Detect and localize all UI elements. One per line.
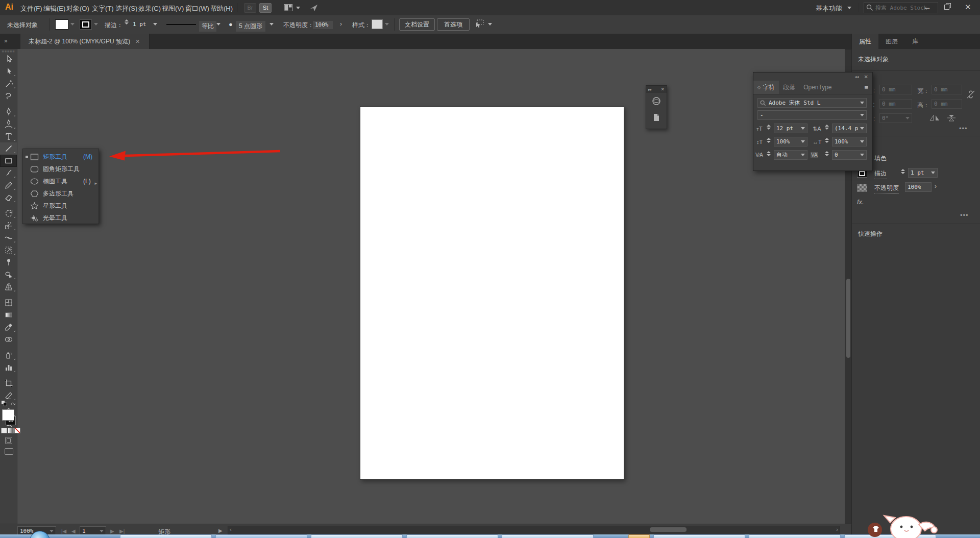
- tool-rotate[interactable]: [0, 207, 17, 219]
- tool-perspective-grid[interactable]: [0, 281, 17, 293]
- character-panel-close-icon[interactable]: ✕: [864, 74, 868, 80]
- tool-column-graph[interactable]: [0, 361, 17, 374]
- opacity-expand-icon[interactable]: ›: [340, 20, 342, 28]
- screen-mode-button[interactable]: [5, 448, 13, 455]
- taskbar-window-button[interactable]: [653, 534, 745, 538]
- taskbar-window-button[interactable]: [749, 534, 841, 538]
- preferences-button[interactable]: 首选项: [437, 18, 470, 31]
- tool-lasso[interactable]: [0, 90, 17, 102]
- dock-stroke-stepper[interactable]: [901, 169, 905, 174]
- next-artboard-icon[interactable]: ▶: [110, 528, 114, 534]
- collapsed-panel-button-1[interactable]: [646, 93, 667, 109]
- stroke-swatch-chevron-icon[interactable]: [94, 23, 98, 26]
- first-artboard-icon[interactable]: |◀: [61, 528, 66, 534]
- fill-chevron-icon[interactable]: [70, 23, 75, 26]
- transform-y-field[interactable]: 0 mm: [879, 99, 912, 109]
- menu-edit[interactable]: 编辑(E): [43, 4, 65, 13]
- dock-stroke-weight-field[interactable]: 1 pt: [908, 168, 938, 178]
- effects-button[interactable]: fx.: [857, 198, 864, 206]
- document-tab-close-icon[interactable]: ✕: [135, 38, 140, 45]
- brush-chevron-icon[interactable]: [270, 23, 274, 26]
- fill-color-swatch[interactable]: [55, 19, 68, 30]
- artboard[interactable]: [360, 106, 624, 480]
- scroll-left-icon[interactable]: ‹: [230, 526, 232, 532]
- kerning-field[interactable]: 自动: [774, 150, 807, 160]
- dock-opacity-expand-icon[interactable]: ›: [935, 183, 937, 190]
- restore-button[interactable]: [944, 3, 951, 10]
- leading-stepper[interactable]: [825, 125, 829, 130]
- appearance-opacity-swatch[interactable]: [857, 184, 867, 192]
- stroke-color-swatch[interactable]: [80, 19, 92, 30]
- flyout-item-polygon[interactable]: 多边形工具: [23, 187, 99, 200]
- close-window-button[interactable]: ✕: [965, 3, 971, 12]
- none-button[interactable]: [14, 428, 20, 433]
- flyout-item-star[interactable]: 星形工具: [23, 200, 99, 212]
- tool-blend[interactable]: [0, 333, 17, 346]
- tool-gradient[interactable]: [0, 309, 17, 321]
- tool-free-transform[interactable]: [0, 244, 17, 256]
- taskbar-window-button[interactable]: [406, 534, 498, 538]
- tool-pen[interactable]: [0, 106, 17, 118]
- width-profile-label[interactable]: 等比: [199, 21, 216, 32]
- prev-artboard-icon[interactable]: ◀: [71, 528, 76, 534]
- swap-fill-stroke-icon[interactable]: [1, 400, 16, 407]
- transform-h-field[interactable]: 0 mm: [932, 99, 962, 109]
- appearance-more-options-icon[interactable]: •••: [960, 211, 969, 219]
- bridge-button[interactable]: Br: [244, 3, 256, 13]
- minimize-button[interactable]: ─: [925, 4, 929, 12]
- taskbar-window-button-alert[interactable]: [628, 534, 650, 538]
- brush-definition-label[interactable]: 5 点圆形: [236, 21, 265, 32]
- leading-field[interactable]: (14.4 p: [832, 124, 867, 133]
- tool-puppet-warp[interactable]: [0, 256, 17, 268]
- tool-eraser[interactable]: [0, 191, 17, 204]
- flyout-item-rectangle[interactable]: 矩形工具(M): [23, 151, 99, 163]
- tool-symbol-sprayer[interactable]: [0, 349, 17, 361]
- tracking-field[interactable]: 0: [832, 150, 867, 160]
- tool-eyedropper[interactable]: [0, 321, 17, 333]
- document-setup-button[interactable]: 文档设置: [399, 18, 435, 31]
- fill-indicator[interactable]: [2, 409, 14, 421]
- flyout-item-flare[interactable]: 光晕工具: [23, 212, 99, 224]
- select-similar-chevron-icon[interactable]: [488, 23, 492, 26]
- tool-curvature[interactable]: [0, 118, 17, 130]
- toolbar-collapse-icon[interactable]: »: [4, 37, 7, 44]
- tool-rectangle[interactable]: [0, 155, 17, 167]
- collapse-panel-icon[interactable]: ◂◂: [855, 75, 859, 79]
- menu-file[interactable]: 文件(F): [20, 4, 42, 13]
- draw-mode-button[interactable]: [5, 437, 12, 444]
- appearance-stroke-label[interactable]: 描边: [874, 169, 887, 179]
- gradient-button[interactable]: [8, 428, 14, 433]
- stroke-weight-chevron-icon[interactable]: [153, 23, 157, 26]
- document-tab[interactable]: 未标题-2 @ 100% (CMYK/GPU 预览) ✕: [20, 34, 150, 49]
- tool-shape-builder[interactable]: [0, 268, 17, 281]
- menu-type[interactable]: 文字(T): [92, 4, 114, 13]
- tool-magic-wand[interactable]: [0, 78, 17, 90]
- vertical-scale-stepper[interactable]: [767, 138, 771, 143]
- horizontal-scrollbar[interactable]: ‹ ›: [228, 526, 840, 534]
- tab-libraries[interactable]: 库: [905, 34, 925, 49]
- vertical-scale-field[interactable]: 100%: [774, 137, 807, 146]
- taskbar-window-button[interactable]: [502, 534, 594, 538]
- dock-opacity-field[interactable]: 100%: [905, 182, 932, 192]
- workspace-switcher-icon[interactable]: [284, 4, 292, 11]
- font-size-field[interactable]: 12 pt: [774, 124, 807, 133]
- panel-menu-icon[interactable]: ≡: [864, 84, 868, 91]
- tool-direct-selection[interactable]: [0, 65, 17, 78]
- transform-angle-field[interactable]: 0°: [879, 113, 912, 123]
- transform-w-field[interactable]: 0 mm: [932, 85, 962, 94]
- tab-opentype[interactable]: OpenType: [799, 81, 836, 94]
- transform-more-options-icon[interactable]: •••: [959, 125, 968, 132]
- stroke-weight-value[interactable]: 1 pt: [133, 21, 146, 28]
- menu-effect[interactable]: 效果(C): [138, 4, 161, 13]
- opacity-value[interactable]: 100%: [313, 21, 333, 29]
- tracking-stepper[interactable]: [825, 151, 829, 156]
- tool-artboard[interactable]: [0, 377, 17, 389]
- status-expand-icon[interactable]: ▶: [218, 528, 223, 533]
- menu-window[interactable]: 窗口(W): [185, 4, 209, 13]
- tool-paintbrush[interactable]: [0, 167, 17, 179]
- flyout-item-rounded-rectangle[interactable]: 圆角矩形工具: [23, 163, 99, 175]
- font-family-field[interactable]: Adobe 宋体 Std L: [757, 98, 867, 108]
- horizontal-scrollbar-thumb[interactable]: [650, 527, 687, 532]
- tab-properties[interactable]: 属性: [852, 34, 878, 49]
- style-chevron-icon[interactable]: [385, 23, 389, 26]
